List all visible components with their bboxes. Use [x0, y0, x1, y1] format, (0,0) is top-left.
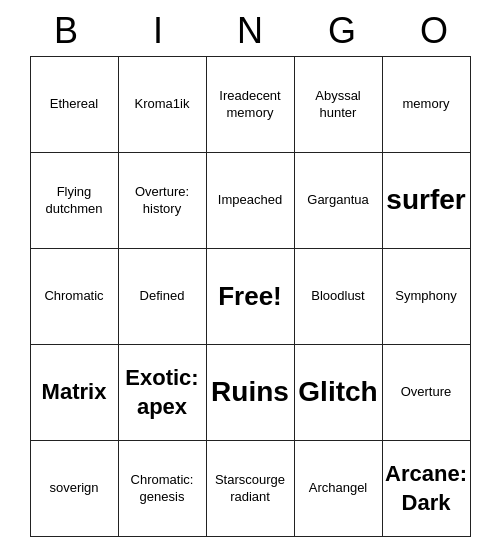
bingo-cell: Chromatic: genesis: [119, 441, 207, 537]
bingo-cell: Overture: history: [119, 153, 207, 249]
bingo-cell: Ethereal: [31, 57, 119, 153]
header-letter: B: [22, 10, 110, 52]
bingo-cell: memory: [383, 57, 471, 153]
header-letter: N: [206, 10, 294, 52]
bingo-cell: soverign: [31, 441, 119, 537]
bingo-cell: Starscourge radiant: [207, 441, 295, 537]
header-letter: O: [390, 10, 478, 52]
bingo-grid: EtherealKroma1ikIreadecent memoryAbyssal…: [30, 56, 471, 537]
bingo-cell: Chromatic: [31, 249, 119, 345]
bingo-cell: surfer: [383, 153, 471, 249]
bingo-cell: Exotic: apex: [119, 345, 207, 441]
bingo-cell: Free!: [207, 249, 295, 345]
bingo-cell: Ruins: [207, 345, 295, 441]
bingo-cell: Abyssal hunter: [295, 57, 383, 153]
bingo-cell: Glitch: [295, 345, 383, 441]
bingo-cell: Symphony: [383, 249, 471, 345]
bingo-cell: Ireadecent memory: [207, 57, 295, 153]
bingo-cell: Defined: [119, 249, 207, 345]
bingo-cell: Impeached: [207, 153, 295, 249]
bingo-cell: Kroma1ik: [119, 57, 207, 153]
bingo-cell: Archangel: [295, 441, 383, 537]
bingo-cell: Bloodlust: [295, 249, 383, 345]
bingo-cell: Overture: [383, 345, 471, 441]
bingo-header: BINGO: [20, 10, 480, 52]
header-letter: I: [114, 10, 202, 52]
header-letter: G: [298, 10, 386, 52]
bingo-cell: Flying dutchmen: [31, 153, 119, 249]
bingo-cell: Matrix: [31, 345, 119, 441]
bingo-cell: Gargantua: [295, 153, 383, 249]
bingo-cell: Arcane: Dark: [383, 441, 471, 537]
